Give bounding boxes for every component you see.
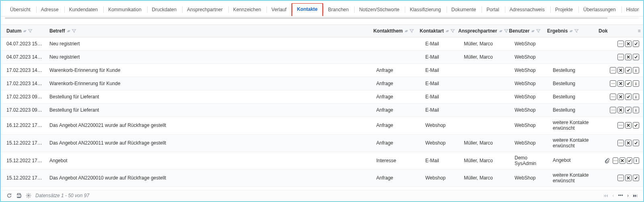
cell-ergebnis: Bestellung: [550, 78, 601, 89]
tab-adressnachweis[interactable]: Adressnachweis: [505, 4, 550, 16]
row-delete-button[interactable]: [617, 67, 624, 73]
sort-icon[interactable]: ▴▾: [405, 29, 407, 33]
row-delete-button[interactable]: [617, 94, 624, 100]
col-header-kontaktthema[interactable]: Kontaktthem ▴▾: [367, 25, 416, 37]
cell-kontaktart: E-Mail: [422, 91, 461, 102]
header-menu-icon[interactable]: ≡: [638, 28, 643, 34]
row-confirm-button[interactable]: [625, 67, 632, 73]
row-more-button[interactable]: [610, 94, 616, 100]
table-row[interactable]: 16.12.2022 17:04Das Angebot AN2200021 wu…: [1, 117, 643, 135]
filter-icon[interactable]: [574, 29, 579, 33]
refresh-icon[interactable]: [6, 193, 12, 198]
tab-branchen[interactable]: Branchen: [323, 4, 354, 16]
filter-icon[interactable]: [409, 29, 414, 33]
tab-historie[interactable]: Historie: [621, 4, 639, 16]
row-delete-button[interactable]: [625, 175, 632, 181]
row-confirm-button[interactable]: [633, 140, 639, 146]
col-header-kontaktart[interactable]: Kontaktart ▴▾: [416, 25, 455, 37]
col-header-dok[interactable]: Dok: [595, 25, 638, 37]
cell-kontaktthema: Interesse: [373, 155, 422, 166]
filter-icon[interactable]: [536, 29, 541, 33]
row-delete-button[interactable]: [625, 54, 632, 60]
row-info-button[interactable]: i: [633, 107, 639, 113]
page-next-icon[interactable]: ›: [627, 193, 629, 198]
grid-footer: Datensätze 1 - 50 von 97 ⏮ ‹ ••• › ⏭: [2, 190, 642, 200]
row-more-button[interactable]: [613, 157, 618, 164]
table-row[interactable]: 17.02.2023 09:47Bestellung für Lieferant…: [1, 90, 643, 104]
tab-kommunikation[interactable]: Kommunikation: [103, 4, 147, 16]
row-more-button[interactable]: [610, 67, 616, 73]
row-delete-button[interactable]: [625, 122, 632, 129]
tab-klassifizierung[interactable]: Klassifizierung: [404, 4, 446, 16]
col-header-ansprechpartner[interactable]: Ansprechpartner ▴▾: [455, 25, 506, 37]
gear-icon[interactable]: [26, 193, 31, 198]
table-row[interactable]: 15.12.2022 17:55AngebotInteresseE-MailMü…: [1, 152, 643, 169]
row-info-button[interactable]: i: [633, 94, 639, 100]
print-icon[interactable]: [16, 193, 22, 198]
row-delete-button[interactable]: [617, 107, 624, 113]
table-row[interactable]: 15.12.2022 17:37Das Angebot AN2200010 wu…: [1, 169, 643, 187]
row-delete-button[interactable]: [619, 157, 625, 164]
row-confirm-button[interactable]: [627, 157, 632, 164]
tab-dokumente[interactable]: Dokumente: [446, 4, 481, 16]
row-info-button[interactable]: i: [633, 80, 639, 87]
filter-icon[interactable]: [450, 29, 455, 33]
page-first-icon[interactable]: ⏮: [603, 193, 608, 198]
row-delete-button[interactable]: [617, 80, 624, 87]
svg-point-8: [614, 70, 615, 71]
col-header-datum[interactable]: Datum ▴▾: [1, 25, 46, 37]
sort-icon[interactable]: ▴▾: [67, 29, 70, 33]
row-info-button[interactable]: i: [633, 67, 639, 73]
tab-druckdaten[interactable]: Druckdaten: [147, 4, 182, 16]
tab-notizen/stichworte[interactable]: Notizen/Stichworte: [354, 4, 404, 16]
row-confirm-button[interactable]: [633, 122, 639, 129]
tab-ansprechpartner[interactable]: Ansprechpartner: [182, 4, 228, 16]
table-row[interactable]: 17.02.2023 09:29Bestellung für Lieferant…: [1, 104, 643, 117]
row-more-button[interactable]: [617, 41, 624, 47]
row-more-button[interactable]: [617, 175, 624, 181]
sort-icon[interactable]: ▴▾: [570, 29, 572, 33]
col-header-ergebnis[interactable]: Ergebnis ▴▾: [544, 25, 595, 37]
attachment-icon[interactable]: [604, 158, 610, 163]
col-header-benutzer[interactable]: Benutzer ▴▾: [506, 25, 544, 37]
table-row[interactable]: 04.07.2023 14:56Neu registriertE-MailMül…: [1, 51, 643, 64]
tab-scrollbar[interactable]: [5, 17, 639, 19]
page-last-icon[interactable]: ⏭: [633, 193, 638, 198]
row-delete-button[interactable]: [625, 41, 632, 47]
tab-überlassungen[interactable]: Überlassungen: [578, 4, 621, 16]
sort-icon[interactable]: ▴▾: [446, 29, 448, 33]
row-more-button[interactable]: [617, 122, 624, 129]
row-more-button[interactable]: [610, 107, 616, 113]
sort-icon[interactable]: ▴▾: [531, 29, 534, 33]
sort-icon[interactable]: ▴▾: [23, 29, 26, 33]
tab-portal[interactable]: Portal: [481, 4, 504, 16]
tab-übersicht[interactable]: Übersicht: [5, 4, 36, 16]
row-confirm-button[interactable]: [633, 54, 639, 60]
sort-icon[interactable]: ▴▾: [499, 29, 502, 33]
row-more-button[interactable]: [610, 80, 616, 87]
row-confirm-button[interactable]: [625, 107, 632, 113]
tab-projekte[interactable]: Projekte: [550, 4, 578, 16]
row-info-button[interactable]: i: [634, 157, 639, 164]
tab-verlauf[interactable]: Verlauf: [266, 4, 291, 16]
table-row[interactable]: 04.07.2023 15:12Neu registriertE-MailMül…: [1, 37, 643, 51]
table-row[interactable]: 15.12.2022 17:56Das Angebot AN2200011 wu…: [1, 135, 643, 152]
page-indicator[interactable]: •••: [618, 193, 623, 198]
filter-icon[interactable]: [28, 29, 33, 33]
row-more-button[interactable]: [617, 140, 624, 146]
tab-adresse[interactable]: Adresse: [36, 4, 64, 16]
row-more-button[interactable]: [617, 54, 624, 60]
filter-icon[interactable]: [72, 29, 76, 33]
row-confirm-button[interactable]: [633, 175, 639, 181]
tab-kontakte[interactable]: Kontakte: [292, 3, 323, 16]
page-prev-icon[interactable]: ‹: [612, 193, 614, 198]
tab-kennzeichen[interactable]: Kennzeichen: [228, 4, 266, 16]
row-confirm-button[interactable]: [625, 94, 632, 100]
row-confirm-button[interactable]: [633, 41, 639, 47]
row-confirm-button[interactable]: [625, 80, 632, 87]
row-delete-button[interactable]: [625, 140, 632, 146]
table-row[interactable]: 17.02.2023 14:27Warenkorb-Erinnerung für…: [1, 64, 643, 77]
col-header-betreff[interactable]: Betreff ▴▾: [46, 25, 367, 37]
tab-kundendaten[interactable]: Kundendaten: [64, 4, 103, 16]
table-row[interactable]: 17.02.2023 14:20Warenkorb-Erinnerung für…: [1, 77, 643, 90]
